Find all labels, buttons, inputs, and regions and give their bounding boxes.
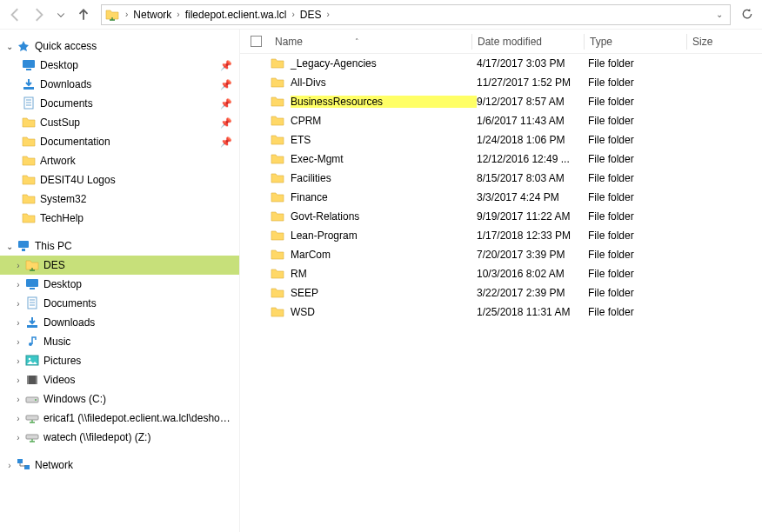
column-header-type[interactable]: Type	[585, 32, 686, 51]
expand-toggle-icon[interactable]: ⌄	[3, 42, 16, 51]
breadcrumb-host[interactable]: filedepot.eclient.wa.lcl	[183, 9, 290, 21]
file-name: RM	[291, 268, 477, 280]
folder-row[interactable]: Exec-Mgmt12/12/2016 12:49 ...File folder	[240, 150, 762, 169]
arrow-right-icon	[30, 7, 46, 23]
tree-label: DES	[43, 259, 232, 271]
this-pc-root[interactable]: ⌄ This PC	[0, 236, 239, 256]
file-type: File folder	[588, 287, 690, 299]
expand-toggle-icon[interactable]: ›	[12, 433, 24, 442]
net-folder-icon	[24, 258, 40, 272]
column-header-date[interactable]: Date modified	[472, 32, 584, 51]
sidebar-item[interactable]: ›ericaf1 (\\filedepot.eclient.wa.lcl\des…	[0, 409, 239, 428]
expand-toggle-icon[interactable]: ›	[12, 376, 24, 385]
expand-toggle-icon[interactable]: ›	[12, 318, 24, 328]
tree-label: ericaf1 (\\filedepot.eclient.wa.lcl\desh…	[43, 412, 232, 424]
expand-toggle-icon[interactable]: ›	[12, 414, 24, 423]
sidebar-item[interactable]: ›Videos	[0, 370, 239, 389]
folder-row[interactable]: Lean-Program1/17/2018 12:33 PMFile folde…	[240, 226, 762, 245]
folder-row[interactable]: ETS1/24/2018 1:06 PMFile folder	[240, 130, 762, 150]
chevron-right-icon[interactable]: ›	[324, 10, 331, 19]
expand-toggle-icon[interactable]: ›	[3, 461, 16, 470]
sidebar-item[interactable]: ›Desktop	[0, 275, 239, 294]
expand-toggle-icon[interactable]: ›	[12, 261, 24, 270]
folder-row[interactable]: MarCom7/20/2017 3:39 PMFile folder	[240, 245, 762, 264]
tree-label: Network	[35, 459, 232, 471]
folder-row[interactable]: BusinessResources9/12/2017 8:57 AMFile f…	[240, 92, 762, 111]
folder-row[interactable]: CPRM1/6/2017 11:43 AMFile folder	[240, 111, 762, 130]
file-name: Lean-Program	[291, 229, 477, 242]
downloads-icon	[24, 316, 40, 329]
sidebar-item[interactable]: ›DES	[0, 256, 239, 275]
file-type: File folder	[588, 57, 690, 70]
quick-access-root[interactable]: ⌄ Quick access	[0, 37, 239, 56]
network-root[interactable]: › Network	[0, 456, 239, 475]
folder-row[interactable]: Finance3/3/2017 4:24 PMFile folder	[240, 188, 762, 207]
netdrive-icon	[24, 411, 40, 425]
folder-row[interactable]: _Legacy-Agencies4/17/2017 3:03 PMFile fo…	[240, 54, 762, 73]
folder-icon	[270, 171, 285, 185]
sidebar-item[interactable]: System32	[0, 190, 239, 209]
navigation-pane[interactable]: ⌄ Quick access Desktop📌Downloads📌Documen…	[0, 30, 240, 532]
folder-row[interactable]: RM10/3/2016 8:02 AMFile folder	[240, 264, 762, 283]
tree-label: Desktop	[40, 59, 217, 71]
chevron-right-icon[interactable]: ›	[174, 10, 182, 19]
select-all-checkbox[interactable]	[251, 36, 270, 47]
expand-toggle-icon[interactable]: ⌄	[3, 242, 16, 251]
expand-toggle-icon[interactable]: ›	[12, 299, 24, 309]
expand-toggle-icon[interactable]: ›	[12, 356, 24, 366]
file-name: WSD	[291, 306, 477, 318]
sidebar-item[interactable]: Documentation📌	[0, 132, 239, 151]
sidebar-item[interactable]: Downloads📌	[0, 75, 239, 94]
column-header-size[interactable]: Size	[687, 32, 739, 51]
folder-row[interactable]: Facilities8/15/2017 8:03 AMFile folder	[240, 169, 762, 188]
toolbar: › Network › filedepot.eclient.wa.lcl › D…	[0, 0, 762, 30]
folder-row[interactable]: WSD1/25/2018 11:31 AMFile folder	[240, 303, 762, 322]
sidebar-item[interactable]: DESIT4U Logos	[0, 170, 239, 190]
refresh-icon	[740, 8, 753, 21]
file-name: ETS	[291, 134, 477, 146]
column-header-row: Name˄ Date modified Type Size	[240, 30, 762, 54]
address-dropdown-icon[interactable]: ⌄	[716, 10, 726, 19]
sidebar-item[interactable]: TechHelp	[0, 209, 239, 228]
folder-icon	[270, 286, 285, 300]
sidebar-item[interactable]: ›Music	[0, 332, 239, 351]
file-type: File folder	[588, 229, 690, 242]
column-header-name[interactable]: Name˄	[270, 32, 471, 51]
sidebar-item[interactable]: Documents📌	[0, 94, 239, 113]
pin-icon: 📌	[217, 98, 232, 110]
up-button[interactable]	[73, 4, 94, 25]
file-list[interactable]: _Legacy-Agencies4/17/2017 3:03 PMFile fo…	[240, 54, 762, 532]
refresh-button[interactable]	[736, 4, 757, 25]
sidebar-item[interactable]: ›Documents	[0, 294, 239, 313]
chevron-right-icon[interactable]: ›	[123, 10, 130, 19]
folder-icon	[21, 135, 37, 149]
sidebar-item[interactable]: ›Pictures	[0, 351, 239, 370]
expand-toggle-icon[interactable]: ›	[12, 337, 24, 347]
chevron-right-icon[interactable]: ›	[289, 10, 297, 19]
sidebar-item[interactable]: Artwork	[0, 151, 239, 170]
folder-row[interactable]: SEEP3/22/2017 2:39 PMFile folder	[240, 283, 762, 303]
folder-icon	[270, 267, 285, 281]
tree-label: Downloads	[40, 78, 217, 90]
breadcrumb-folder[interactable]: DES	[297, 9, 324, 21]
tree-label: Downloads	[43, 316, 232, 329]
folder-icon	[270, 209, 285, 223]
expand-toggle-icon[interactable]: ›	[12, 280, 24, 289]
address-bar[interactable]: › Network › filedepot.eclient.wa.lcl › D…	[101, 4, 731, 25]
recent-dropdown-button[interactable]	[50, 4, 71, 25]
sidebar-item[interactable]: ›Downloads	[0, 313, 239, 332]
tree-label: Documents	[40, 97, 217, 110]
sidebar-item[interactable]: ›watech (\\filedepot) (Z:)	[0, 428, 239, 447]
forward-button[interactable]	[28, 4, 49, 25]
folder-row[interactable]: All-Divs11/27/2017 1:52 PMFile folder	[240, 73, 762, 92]
expand-toggle-icon[interactable]: ›	[12, 395, 24, 404]
file-type: File folder	[588, 134, 690, 146]
back-button[interactable]	[5, 4, 26, 25]
sidebar-item[interactable]: ›Windows (C:)	[0, 389, 239, 409]
folder-row[interactable]: Govt-Relations9/19/2017 11:22 AMFile fol…	[240, 207, 762, 226]
sidebar-item[interactable]: CustSup📌	[0, 113, 239, 132]
file-date: 7/20/2017 3:39 PM	[477, 249, 588, 261]
sidebar-item[interactable]: Desktop📌	[0, 56, 239, 75]
arrow-up-icon	[76, 7, 91, 23]
breadcrumb-network[interactable]: Network	[130, 9, 174, 21]
